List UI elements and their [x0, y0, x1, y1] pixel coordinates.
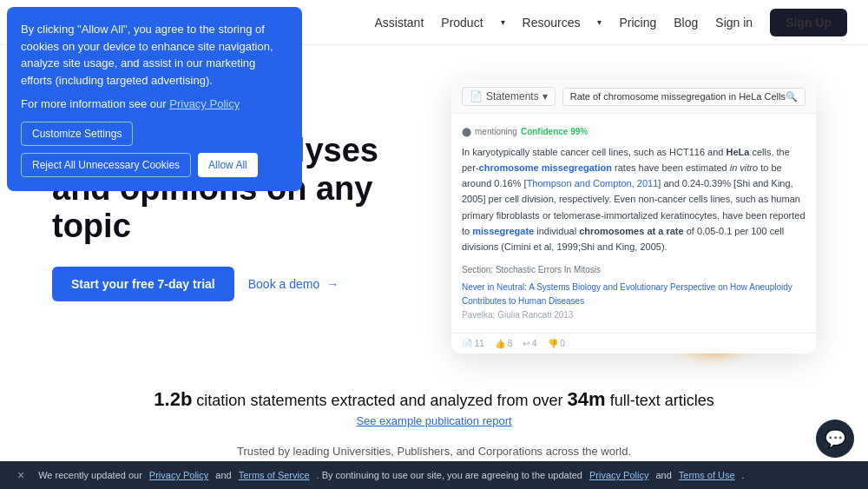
- chevron-down-icon: ▾: [542, 90, 548, 102]
- trusted-label: Trusted by leading Universities, Publish…: [0, 445, 868, 458]
- chat-bubble[interactable]: 💬: [816, 420, 854, 458]
- panel-stat-negative: 👎 0: [548, 339, 565, 348]
- nav-link-assistant[interactable]: Assistant: [374, 16, 424, 30]
- nav-link-product[interactable]: Product: [441, 16, 504, 30]
- panel-search-icon: 🔍: [786, 91, 798, 102]
- footer-text-pre: We recently updated our: [38, 470, 142, 480]
- panel-stat-positive: 👍 8: [495, 339, 512, 348]
- stats-text-end: full-text articles: [610, 392, 714, 409]
- cookie-more-info: For more information see our Privacy Pol…: [21, 96, 288, 113]
- panel-search-bar[interactable]: Rate of chromosome missegregation in HeL…: [562, 88, 806, 106]
- nav-link-blog[interactable]: Blog: [674, 16, 698, 30]
- footer-privacy-link[interactable]: Privacy Policy: [149, 470, 208, 480]
- panel-stat-neutral: ↩ 4: [523, 339, 536, 348]
- research-panel: 📄 Statements ▾ Rate of chromosome misseg…: [451, 80, 816, 354]
- mention-badge: ⬤ mentioning Confidence 99%: [462, 125, 588, 139]
- cookie-buttons: Customize Settings Reject All Unnecessar…: [21, 122, 288, 177]
- mention-icon: ⬤: [462, 125, 471, 139]
- footer-privacy-link-2[interactable]: Privacy Policy: [589, 470, 648, 480]
- nav-links: Assistant Product Resources Pricing Blog…: [374, 9, 847, 36]
- footer-notice: × We recently updated our Privacy Policy…: [0, 461, 868, 489]
- footer-terms-link[interactable]: Terms of Service: [239, 470, 310, 480]
- panel-footer: 📄 11 👍 8 ↩ 4 👎 0: [451, 333, 816, 354]
- nav-link-pricing[interactable]: Pricing: [619, 16, 656, 30]
- book-demo-link[interactable]: Book a demo →: [248, 277, 339, 291]
- statements-tab[interactable]: 📄 Statements ▾: [462, 87, 556, 106]
- footer-text-mid: . By continuing to use our site, you are…: [317, 470, 582, 480]
- chat-icon: 💬: [825, 428, 846, 449]
- demo-arrow-icon: →: [326, 277, 339, 291]
- nav-link-resources[interactable]: Resources: [523, 16, 602, 30]
- allow-all-button[interactable]: Allow All: [198, 153, 258, 177]
- example-report-link[interactable]: See example publication report: [0, 414, 868, 427]
- footer-text-end: .: [742, 470, 745, 480]
- panel-paper-title[interactable]: Never in Neutral: A Systems Biology and …: [462, 281, 806, 308]
- cookie-privacy-link[interactable]: Privacy Policy: [169, 97, 240, 110]
- panel-body: ⬤ mentioning Confidence 99% In karyotypi…: [451, 114, 816, 333]
- hero-visual: 📄 Statements ▾ Rate of chromosome misseg…: [451, 80, 816, 354]
- stats-text-mid: citation statements extracted and analyz…: [196, 392, 562, 409]
- cookie-banner: By clicking "Allow All", you agree to th…: [7, 7, 302, 191]
- signin-link[interactable]: Sign in: [715, 16, 753, 30]
- start-trial-button[interactable]: Start your free 7-day trial: [52, 267, 234, 301]
- article-count: 34m: [568, 388, 606, 410]
- panel-paper-authors: Pavelka; Giulia Rancati 2013: [462, 308, 806, 322]
- cookie-text: By clicking "Allow All", you agree to th…: [21, 21, 288, 89]
- close-icon[interactable]: ×: [17, 468, 24, 482]
- panel-header: 📄 Statements ▾ Rate of chromosome misseg…: [451, 80, 816, 114]
- panel-section-label: Section: Stochastic Errors In Mitosis: [462, 263, 806, 277]
- hero-cta: Start your free 7-day trial Book a demo …: [52, 267, 378, 301]
- footer-text-and-2: and: [655, 470, 671, 480]
- panel-body-text: In karyotypically stable cancer cell lin…: [462, 144, 806, 254]
- signup-button[interactable]: Sign Up: [770, 9, 847, 36]
- footer-text-and: and: [215, 470, 231, 480]
- footer-terms-link-2[interactable]: Terms of Use: [679, 470, 735, 480]
- document-icon: 📄: [470, 90, 483, 102]
- citation-count: 1.2b: [154, 388, 192, 410]
- reject-cookies-button[interactable]: Reject All Unnecessary Cookies: [21, 153, 191, 177]
- panel-stat-pages: 📄 11: [462, 339, 484, 348]
- customize-settings-button[interactable]: Customize Settings: [21, 122, 133, 146]
- stats-bar: 1.2b citation statements extracted and a…: [0, 371, 868, 434]
